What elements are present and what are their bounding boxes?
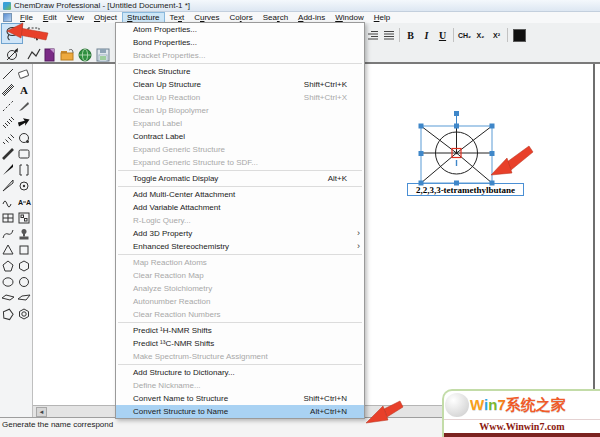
menu-item-label: Clear Reaction Numbers — [133, 310, 221, 319]
cyclopentane-ring-tool[interactable] — [3, 261, 13, 271]
selected-molecule[interactable] — [406, 108, 506, 200]
menu-item-expand-label[interactable]: Expand Label — [116, 117, 364, 130]
menu-item-atom-properties[interactable]: Atom Properties... — [116, 23, 364, 36]
multiple-bond-tool[interactable] — [2, 84, 14, 96]
svg-text:A: A — [18, 199, 23, 206]
superscript-button[interactable]: X² — [489, 27, 504, 43]
central-atom — [455, 152, 457, 154]
formula-button[interactable]: CH₂ — [457, 27, 472, 43]
menu-item-clear-reaction-numbers[interactable]: Clear Reaction Numbers — [116, 308, 364, 321]
color-swatch-button[interactable] — [513, 29, 526, 42]
subscript-button[interactable]: X₂ — [473, 27, 488, 43]
wavy-bond-tool[interactable] — [3, 201, 11, 207]
solid-bond-tool[interactable] — [3, 69, 13, 79]
menu-item-expand-generic-structure[interactable]: Expand Generic Structure — [116, 143, 364, 156]
italic-button[interactable]: I — [419, 27, 434, 43]
hashed-bond-tool[interactable] — [3, 117, 14, 128]
menu-item-convert-structure-to-name[interactable]: Convert Structure to NameAlt+Ctrl+N — [116, 405, 364, 418]
menu-item-r-logic-query[interactable]: R-Logic Query... — [116, 214, 364, 227]
cyclobutane-ring-tool[interactable] — [20, 246, 28, 254]
menu-item-label: Contract Label — [133, 132, 185, 141]
watermark-brand-segment: W — [470, 396, 484, 413]
align-centered-button[interactable] — [381, 27, 396, 43]
menu-edit[interactable]: Edit — [38, 12, 62, 23]
menu-item-clean-up-structure[interactable]: Clean Up StructureShift+Ctrl+K — [116, 78, 364, 91]
marquee-tool-button[interactable] — [23, 23, 45, 44]
curve-tool[interactable] — [3, 230, 13, 238]
bold-button[interactable]: B — [403, 27, 418, 43]
arrow-tool[interactable] — [17, 117, 31, 128]
menu-separator — [118, 322, 362, 323]
menu-item-label: Enhanced Stereochemistry — [133, 242, 229, 251]
text-tool[interactable]: A — [20, 84, 28, 96]
menu-item-label: Bracket Properties... — [133, 51, 205, 60]
document-icon[interactable] — [3, 13, 12, 22]
menu-item-label: Map Reaction Atoms — [133, 258, 207, 267]
cyclooctane-ring-tool[interactable] — [3, 278, 13, 286]
open-from-web-button[interactable] — [77, 47, 93, 63]
rectangle-tool[interactable] — [19, 150, 29, 158]
menu-item-contract-label[interactable]: Contract Label — [116, 130, 364, 143]
menu-item-map-reaction-atoms[interactable]: Map Reaction Atoms — [116, 256, 364, 269]
eraser-tool[interactable] — [18, 70, 29, 79]
cyclopropane-ring-tool[interactable] — [3, 245, 13, 254]
underline-button[interactable]: U — [435, 27, 450, 43]
menu-item-add-variable-attachment[interactable]: Add Variable Attachment — [116, 201, 364, 214]
menu-help[interactable]: Help — [369, 12, 395, 23]
rotate-tool-button[interactable] — [1, 44, 23, 64]
menu-item-add-3d-property[interactable]: Add 3D Property› — [116, 227, 364, 240]
benzene-ring-tool[interactable] — [20, 309, 29, 319]
menu-item-bond-properties[interactable]: Bond Properties... — [116, 36, 364, 49]
bracket-tool[interactable] — [20, 165, 28, 175]
table-tool[interactable] — [3, 214, 13, 222]
rotation-handle[interactable] — [454, 111, 459, 116]
wedge-bond-tool[interactable] — [3, 164, 13, 175]
open-document-button[interactable] — [59, 47, 75, 63]
menu-item-label: Clean Up Reaction — [133, 93, 200, 102]
menu-item-make-spectrum-structure-assignment[interactable]: Make Spectrum-Structure Assignment — [116, 350, 364, 363]
reaction-map-tool[interactable]: AA — [18, 199, 31, 206]
scroll-left-button[interactable]: ◄ — [36, 407, 47, 417]
menu-item-analyze-stoichiometry[interactable]: Analyze Stoichiometry — [116, 282, 364, 295]
menu-item-enhanced-stereochemistry[interactable]: Enhanced Stereochemistry› — [116, 240, 364, 253]
menu-item-expand-generic-structure-to-sdf[interactable]: Expand Generic Structure to SDF... — [116, 156, 364, 169]
cyclohexane-ring-tool[interactable] — [20, 261, 29, 271]
menu-file[interactable]: File — [15, 12, 38, 23]
bold-bond-tool[interactable] — [3, 149, 13, 159]
stamp-tool[interactable] — [20, 229, 29, 240]
hashed-wedge-tool[interactable] — [3, 135, 14, 145]
chemical-symbol-tool[interactable] — [20, 182, 28, 190]
menu-item-check-structure[interactable]: Check Structure — [116, 65, 364, 78]
menu-item-label: Atom Properties... — [133, 25, 197, 34]
align-flush-right-button[interactable] — [365, 27, 380, 43]
save-document-button[interactable] — [95, 47, 111, 63]
menu-item-convert-name-to-structure[interactable]: Convert Name to StructureShift+Ctrl+N — [116, 392, 364, 405]
chair-cyclohexane-tool[interactable] — [2, 295, 14, 300]
menu-item-clean-up-biopolymer[interactable]: Clean Up Biopolymer — [116, 104, 364, 117]
menu-item-bracket-properties[interactable]: Bracket Properties... — [116, 49, 364, 62]
lasso-tool-button[interactable] — [1, 23, 23, 44]
orbital-tool[interactable] — [20, 134, 30, 144]
menu-item-clear-reaction-map[interactable]: Clear Reaction Map — [116, 269, 364, 282]
circle-ring-tool[interactable] — [20, 278, 29, 287]
pen-tool[interactable] — [19, 102, 29, 111]
hollow-wedge-tool[interactable] — [3, 180, 13, 191]
menu-item-add-multi-center-attachment[interactable]: Add Multi-Center Attachment — [116, 188, 364, 201]
menu-item-toggle-aromatic-display[interactable]: Toggle Aromatic DisplayAlt+K — [116, 172, 364, 185]
menu-item-add-structure-to-dictionary[interactable]: Add Structure to Dictionary... — [116, 366, 364, 379]
template-tool[interactable] — [19, 213, 29, 223]
watermark-globe-icon — [445, 393, 469, 417]
menu-item-define-nickname[interactable]: Define Nickname... — [116, 379, 364, 392]
tool-palette: A AA — [0, 64, 33, 417]
status-text: Generate the name correspond — [2, 420, 113, 429]
menu-item-clean-up-reaction[interactable]: Clean Up ReactionShift+Ctrl+X — [116, 91, 364, 104]
menu-view[interactable]: View — [62, 12, 89, 23]
new-document-button[interactable] — [41, 47, 57, 63]
menu-item-predict-h-nmr-shifts[interactable]: Predict ¹H-NMR Shifts — [116, 324, 364, 337]
cyclopentadiene-ring-tool[interactable] — [2, 308, 14, 320]
dashed-bond-tool[interactable] — [3, 101, 13, 111]
menu-item-predict-c-nmr-shifts[interactable]: Predict ¹³C-NMR Shifts — [116, 337, 364, 350]
chair-cyclohexane-alt-tool[interactable] — [18, 295, 30, 300]
menu-item-autonumber-reaction[interactable]: Autonumber Reaction — [116, 295, 364, 308]
menu-item-label: Clear Reaction Map — [133, 271, 204, 280]
